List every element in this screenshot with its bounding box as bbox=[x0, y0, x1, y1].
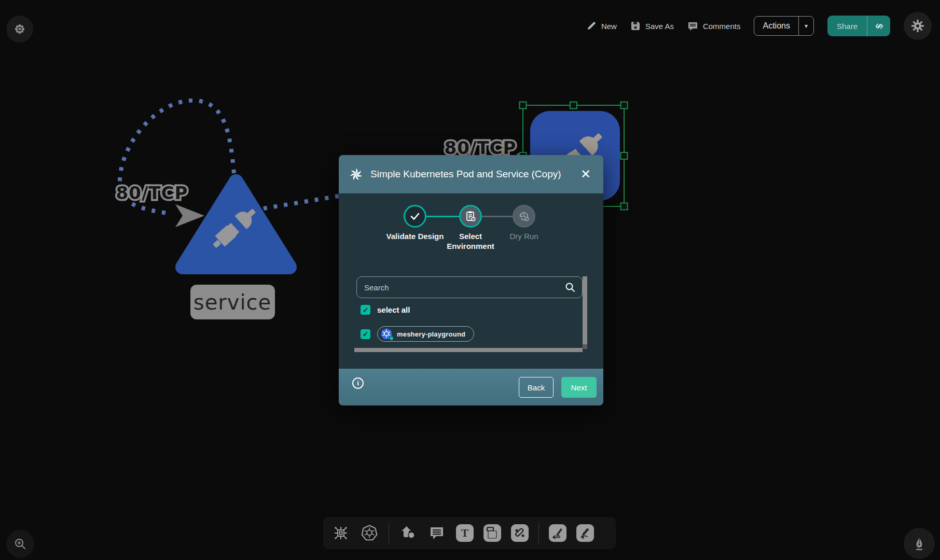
clipboard-gear-icon bbox=[464, 210, 477, 222]
gear-icon bbox=[911, 19, 924, 33]
new-button-label: New bbox=[601, 22, 617, 31]
environment-row: ✓ meshery-playground bbox=[361, 326, 474, 342]
vertical-scrollbar[interactable] bbox=[583, 276, 587, 344]
scrollbar-corner bbox=[583, 344, 587, 349]
edge-arrowhead bbox=[175, 204, 204, 227]
step-connector-2 bbox=[482, 216, 513, 217]
toolbar-divider bbox=[538, 523, 539, 543]
copy-link-icon[interactable] bbox=[867, 16, 890, 36]
canvas-toolbar: T bbox=[323, 517, 616, 549]
search-icon[interactable] bbox=[564, 282, 576, 293]
link-tool-icon[interactable] bbox=[511, 524, 529, 542]
freehand-pencil-icon[interactable] bbox=[576, 524, 594, 542]
comments-button-label: Comments bbox=[703, 22, 741, 31]
modal-title: Simple Kubernetes Pod and Service (Copy) bbox=[370, 169, 578, 180]
step-validate-design[interactable] bbox=[404, 205, 426, 228]
meshery-flower-icon bbox=[14, 23, 25, 35]
edge-label-80tcp-loop: 80/TCP bbox=[116, 183, 188, 203]
environment-search-box[interactable] bbox=[356, 276, 583, 298]
environment-chip[interactable]: meshery-playground bbox=[377, 326, 474, 342]
app-menu-button[interactable] bbox=[6, 16, 33, 43]
zoom-in-button[interactable] bbox=[6, 530, 34, 558]
comment-icon bbox=[687, 21, 698, 32]
settings-button[interactable] bbox=[904, 12, 932, 40]
share-button[interactable]: Share bbox=[827, 16, 890, 36]
actions-dropdown-button[interactable]: Actions ▾ bbox=[754, 16, 814, 36]
pen-nib-icon bbox=[912, 536, 927, 551]
note-tool-icon[interactable] bbox=[483, 524, 501, 542]
deploy-modal: Simple Kubernetes Pod and Service (Copy)… bbox=[339, 155, 603, 405]
zoom-in-icon bbox=[13, 537, 27, 551]
edge-pen-icon[interactable] bbox=[549, 524, 566, 542]
actions-button-label: Actions bbox=[754, 17, 798, 35]
pencil-icon bbox=[586, 21, 597, 31]
history-gear-icon bbox=[518, 210, 530, 222]
select-all-label: select all bbox=[377, 305, 410, 314]
component-circuit-icon[interactable] bbox=[331, 524, 350, 542]
select-all-row: ✓ select all bbox=[361, 305, 410, 315]
comment-icon[interactable] bbox=[427, 524, 446, 542]
next-button[interactable]: Next bbox=[561, 377, 597, 398]
step-label-dry-run: Dry Run bbox=[493, 232, 555, 242]
step-select-environment[interactable] bbox=[459, 205, 482, 228]
save-as-button-label: Save As bbox=[645, 22, 674, 31]
modal-footer: i Back Next bbox=[339, 369, 603, 405]
chevron-down-icon[interactable]: ▾ bbox=[798, 17, 813, 35]
top-toolbar: New Save As Comments Actions ▾ Share bbox=[586, 15, 932, 37]
select-all-checkbox[interactable]: ✓ bbox=[361, 305, 370, 315]
service-node[interactable] bbox=[183, 181, 289, 267]
shapes-icon[interactable] bbox=[399, 524, 418, 542]
check-icon bbox=[409, 211, 421, 222]
toolbar-divider bbox=[389, 523, 389, 543]
new-button[interactable]: New bbox=[586, 21, 617, 31]
floppy-save-icon bbox=[630, 21, 641, 31]
share-button-label: Share bbox=[827, 16, 867, 36]
environment-name: meshery-playground bbox=[397, 330, 465, 338]
step-connector-1 bbox=[426, 216, 459, 217]
step-label-validate-design: Validate Design bbox=[384, 232, 446, 242]
service-node-label: service bbox=[193, 290, 271, 314]
close-icon[interactable]: ✕ bbox=[578, 167, 593, 181]
environment-checkbox[interactable]: ✓ bbox=[361, 329, 370, 339]
search-input[interactable] bbox=[364, 283, 564, 292]
pen-tool-button[interactable] bbox=[904, 528, 935, 559]
connection-status-dot bbox=[389, 336, 394, 341]
info-icon[interactable]: i bbox=[352, 377, 364, 389]
horizontal-scrollbar[interactable] bbox=[354, 348, 583, 352]
meshery-logo-icon bbox=[349, 167, 363, 181]
step-dry-run[interactable] bbox=[513, 205, 535, 228]
modal-header: Simple Kubernetes Pod and Service (Copy)… bbox=[339, 155, 603, 193]
save-as-button[interactable]: Save As bbox=[630, 21, 674, 31]
step-label-select-environment: Select Environment bbox=[439, 232, 502, 251]
kubernetes-icon[interactable] bbox=[360, 524, 379, 542]
text-tool-icon[interactable]: T bbox=[456, 524, 474, 542]
comments-button[interactable]: Comments bbox=[687, 21, 741, 32]
back-button[interactable]: Back bbox=[519, 377, 554, 398]
